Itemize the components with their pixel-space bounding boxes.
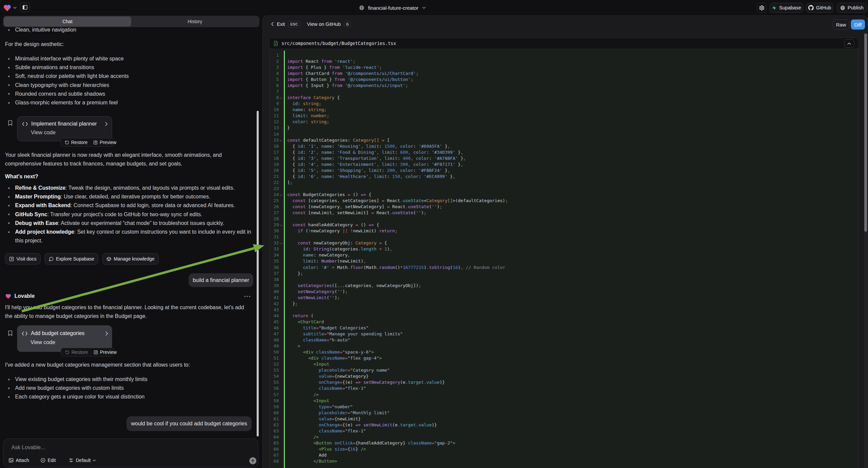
version-card-implement-financial-planner[interactable]: Implement financial planner View code: [17, 116, 112, 141]
code-line: 7: [270, 89, 858, 95]
edit-button[interactable]: Edit: [40, 457, 56, 464]
code-line: 23: [270, 186, 858, 192]
code-line: 31: [270, 234, 858, 240]
preview-button[interactable]: Preview: [88, 350, 117, 355]
package-icon: [106, 257, 112, 262]
help-para: I'll help you add budget categories to t…: [5, 303, 252, 321]
sliders-icon: [68, 458, 74, 463]
github-octocat-icon: [808, 5, 814, 10]
code-file-card: src/components/budget/BudgetCategories.t…: [269, 38, 859, 468]
restore-preview-pill-2: Restore Preview: [61, 348, 115, 356]
code-line: 52 <Input: [270, 361, 858, 367]
fold-chevron-icon[interactable]: [280, 224, 282, 226]
settings-button[interactable]: [757, 3, 766, 13]
file-plus-icon: [274, 40, 278, 46]
manage-knowledge-button[interactable]: Manage knowledge: [102, 253, 158, 265]
code-line: 33 id: String(categories.length + 1),: [270, 246, 858, 252]
file-path: src/components/budget/BudgetCategories.t…: [281, 40, 396, 46]
view-code-link[interactable]: View code: [31, 340, 55, 346]
bookmark-icon-2[interactable]: [8, 330, 12, 336]
lovable-logo-heart-icon[interactable]: [3, 4, 12, 12]
code-line: 29 const handleAddCategory = () => {: [270, 222, 858, 228]
code-area[interactable]: 12import React from 'react';3import { Pl…: [270, 49, 858, 468]
code-line: 22];: [270, 180, 858, 186]
bookmark-icon[interactable]: [8, 120, 12, 126]
raw-toggle-button[interactable]: Raw: [833, 20, 849, 30]
design-bullet-list: Minimalist interface with plenty of whit…: [5, 54, 254, 107]
tab-history[interactable]: History: [131, 17, 259, 27]
quick-actions-row: Visit docs Explore Supabase Manage knowl…: [5, 253, 159, 265]
code-line: 60 placeholder="Monthly limit": [270, 410, 858, 416]
sidebar-toggle-button[interactable]: [20, 2, 30, 12]
attach-button[interactable]: Attach: [8, 457, 29, 464]
bullet-item: Clean, intuitive navigation: [5, 26, 254, 34]
publish-label: Publish: [847, 5, 864, 10]
chevron-right-icon: [105, 331, 108, 336]
exit-button[interactable]: Exit ESC: [271, 21, 300, 27]
code-view-header: Exit ESC View on GitHub G Raw Diff: [263, 16, 868, 33]
fold-chevron-icon[interactable]: [280, 96, 282, 99]
supabase-bolt-icon: [772, 5, 777, 10]
bullet-item: Glass-morphic elements for a premium fee…: [5, 98, 254, 107]
fold-chevron-icon[interactable]: [280, 194, 282, 196]
visit-docs-button[interactable]: Visit docs: [5, 253, 40, 265]
project-switcher[interactable]: financial-future-creator: [359, 0, 426, 16]
code-line: 19 { id: '4', name: 'Entertainment', lim…: [270, 162, 858, 168]
github-button[interactable]: GitHub: [806, 3, 833, 13]
whats-next-bullet-list: Refine & Customize: Tweak the design, an…: [5, 184, 254, 245]
mode-select[interactable]: Default: [68, 457, 96, 464]
panel-left-icon: [22, 4, 28, 10]
fold-chevron-icon[interactable]: [280, 242, 282, 244]
code-line: 35 limit: Number(newLimit),: [270, 258, 858, 264]
explore-supabase-button[interactable]: Explore Supabase: [44, 253, 98, 265]
explore-supabase-label: Explore Supabase: [56, 256, 94, 262]
file-bar[interactable]: src/components/budget/BudgetCategories.t…: [270, 38, 858, 49]
globe-icon: [359, 5, 364, 10]
send-button[interactable]: [249, 457, 256, 464]
assistant-name: Lovable: [14, 293, 35, 299]
bullet-item: Soft, neutral color palette with light b…: [5, 72, 254, 81]
restore-label: Restore: [71, 140, 88, 145]
code-icon: [22, 122, 28, 126]
publish-globe-icon: [840, 5, 845, 10]
design-aesthetic-para: For the design aesthetic:: [5, 40, 252, 49]
preview-button[interactable]: Preview: [88, 140, 117, 145]
view-on-github-button[interactable]: View on GitHub G: [307, 21, 351, 27]
code-line: 9 id: string;: [270, 101, 858, 107]
exit-label: Exit: [277, 22, 285, 27]
code-line: 44 return (: [270, 313, 858, 319]
publish-button[interactable]: Publish: [837, 3, 867, 13]
composer-input[interactable]: Ask Lovable...: [11, 444, 45, 450]
code-line: 62 onChange={(e) => setNewLimit(e.target…: [270, 422, 858, 428]
workspace-chevron-down-icon[interactable]: [13, 6, 17, 9]
ready-para: Your sleek financial planner is now read…: [5, 151, 252, 168]
top-bar: financial-future-creator Supabase GitHub…: [0, 0, 868, 16]
message-menu-ellipsis-icon[interactable]: [244, 295, 251, 297]
code-scrollbar-thumb[interactable]: [864, 34, 867, 232]
restore-button-disabled[interactable]: Restore: [61, 350, 88, 355]
diff-toggle-button[interactable]: Diff: [851, 20, 865, 30]
external-link-icon: [9, 257, 14, 262]
code-line: 64 />: [270, 434, 858, 440]
github-label: GitHub: [816, 5, 831, 10]
code-line: 3import { Plus } from 'lucide-react';: [270, 64, 858, 70]
arrow-up-icon: [251, 459, 255, 463]
view-code-link[interactable]: View code: [31, 129, 56, 136]
supabase-button[interactable]: Supabase: [770, 3, 803, 13]
code-line: 8interface Category {: [270, 95, 858, 101]
user-message-bubble-2: would be cool if you could add budget ca…: [126, 416, 252, 431]
version-card-title: Add budget categories: [31, 330, 105, 337]
tab-chat[interactable]: Chat: [4, 17, 131, 27]
code-lines: 12import React from 'react';3import { Pl…: [270, 52, 858, 464]
code-line: 56 className="flex-1": [270, 385, 858, 391]
code-line: 42 };: [270, 301, 858, 307]
chevron-right-icon: [105, 122, 108, 126]
fold-chevron-icon[interactable]: [280, 139, 282, 141]
code-line: 10 name: string;: [270, 107, 858, 113]
esc-key-badge: ESC: [288, 21, 300, 27]
code-line: 2import React from 'react';: [270, 58, 858, 64]
collapse-file-button[interactable]: [844, 39, 854, 48]
code-line: 49 >: [270, 343, 858, 349]
restore-button[interactable]: Restore: [61, 140, 88, 145]
chat-scrollbar[interactable]: [257, 111, 259, 436]
